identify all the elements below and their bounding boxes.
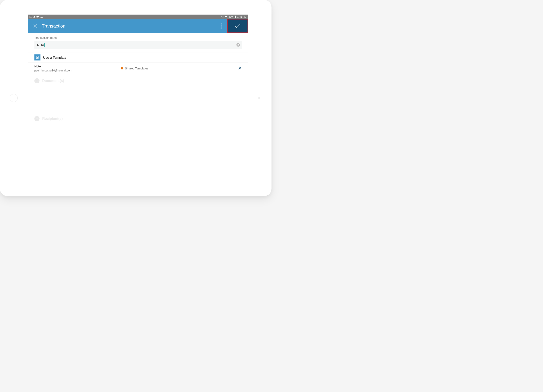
- selected-template-email: paul_lancaster30@hotmail.com: [34, 69, 122, 72]
- plus-icon: +: [34, 78, 40, 83]
- add-recipients-row[interactable]: + Recipient(s): [28, 112, 248, 125]
- wifi-icon: [225, 16, 227, 18]
- battery-percent: 86%: [229, 16, 233, 18]
- use-template-label: Use a Template: [43, 56, 67, 59]
- transaction-name-input[interactable]: NDA: [34, 41, 242, 49]
- transaction-name-label: Transaction name: [28, 33, 248, 41]
- close-button[interactable]: [31, 19, 39, 33]
- svg-marker-6: [221, 16, 223, 18]
- template-tag: Shared Templates: [121, 67, 148, 70]
- content-panel: Transaction name NDA: [28, 33, 248, 180]
- check-icon: [234, 23, 241, 28]
- video-icon: [36, 16, 39, 18]
- battery-icon: [235, 16, 236, 18]
- svg-rect-2: [34, 17, 35, 18]
- template-tag-color-icon: [121, 68, 123, 69]
- close-icon: [33, 24, 38, 28]
- tablet-home-button[interactable]: [10, 94, 18, 102]
- mute-icon: [221, 16, 224, 18]
- clear-input-button[interactable]: [237, 43, 240, 47]
- remove-template-button[interactable]: [238, 66, 242, 70]
- status-bar: ... 86% 1:41 PM: [28, 15, 248, 19]
- svg-marker-5: [38, 16, 39, 18]
- svg-marker-3: [34, 16, 35, 17]
- svg-rect-9: [235, 16, 236, 16]
- svg-marker-1: [30, 17, 32, 18]
- svg-rect-0: [30, 16, 32, 18]
- app-header: Transaction: [28, 19, 248, 33]
- status-time: 1:41 PM: [237, 16, 247, 18]
- svg-rect-10: [235, 16, 236, 18]
- svg-rect-4: [36, 16, 38, 17]
- recipients-section-label: Recipient(s): [42, 116, 63, 121]
- text-cursor: [44, 43, 45, 47]
- template-icon: [34, 54, 40, 61]
- transaction-name-value: NDA: [37, 43, 44, 47]
- image-icon: [29, 16, 32, 18]
- upload-icon: [33, 16, 35, 18]
- more-vert-icon: [221, 23, 222, 29]
- confirm-button[interactable]: [227, 19, 248, 33]
- add-documents-row[interactable]: + Document(s): [28, 74, 248, 87]
- tablet-camera: [258, 97, 260, 99]
- template-tag-label: Shared Templates: [125, 67, 148, 70]
- overflow-menu-button[interactable]: [218, 19, 225, 33]
- close-icon: [238, 66, 242, 70]
- clear-icon: [237, 44, 239, 46]
- page-title: Transaction: [42, 23, 65, 29]
- screen: ... 86% 1:41 PM: [28, 15, 248, 180]
- selected-template-row[interactable]: NDA paul_lancaster30@hotmail.com Shared …: [28, 63, 248, 74]
- use-template-row[interactable]: Use a Template: [28, 52, 248, 62]
- selected-template-name: NDA: [34, 65, 122, 68]
- more-notifications-icon: ...: [40, 16, 43, 18]
- documents-section-label: Document(s): [42, 79, 64, 83]
- plus-icon: +: [34, 116, 40, 121]
